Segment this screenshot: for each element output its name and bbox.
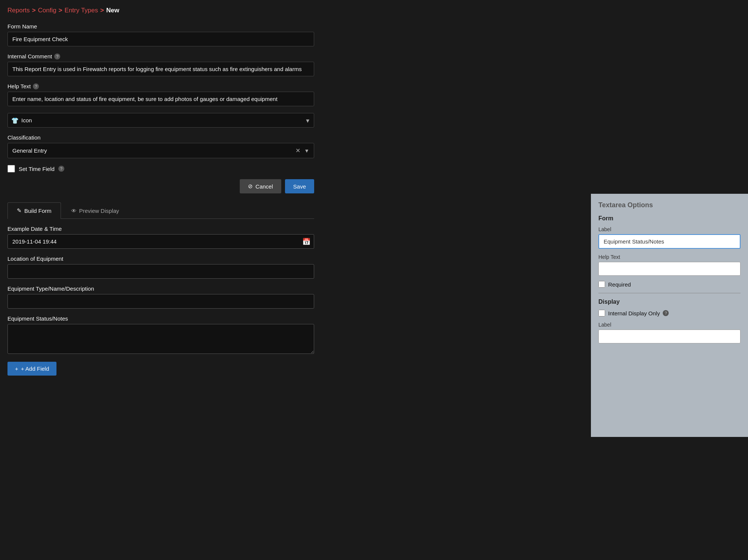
shirt-icon: 👕	[11, 117, 19, 124]
equipment-status-section: Equipment Status/Notes	[7, 315, 314, 355]
icon-select-wrapper: 👕 Icon ▼	[7, 113, 314, 128]
classification-group: Classification General Entry ✕ ▼	[7, 134, 314, 158]
form-name-label: Form Name	[7, 23, 314, 30]
panel-required-checkbox[interactable]	[598, 281, 605, 288]
tab-preview-display[interactable]: 👁 Preview Display	[62, 202, 129, 218]
form-name-input[interactable]	[7, 32, 314, 46]
panel-display-section: Display Internal Display Only ? Label	[598, 299, 741, 349]
save-button[interactable]: Save	[285, 179, 314, 193]
cancel-button[interactable]: ⊘ Cancel	[240, 179, 281, 193]
main-content: Reports > Config > Entry Types > New For…	[0, 0, 322, 382]
equipment-status-textarea[interactable]	[7, 324, 314, 354]
equipment-type-section: Equipment Type/Name/Description	[7, 285, 314, 309]
example-date-input[interactable]	[7, 234, 314, 249]
breadcrumb-sep3: >	[100, 7, 104, 14]
classification-clear-icon[interactable]: ✕	[295, 147, 300, 154]
icon-group: 👕 Icon ▼	[7, 113, 314, 128]
classification-value: General Entry	[12, 147, 295, 154]
right-panel: Textarea Options Form Label Help Text Re…	[591, 194, 748, 437]
breadcrumb-entry-types[interactable]: Entry Types	[65, 7, 98, 14]
panel-internal-display-row: Internal Display Only ?	[598, 310, 741, 316]
equipment-type-input[interactable]	[7, 294, 314, 309]
location-input[interactable]	[7, 264, 314, 279]
breadcrumb-current: New	[106, 7, 119, 14]
internal-comment-help-icon[interactable]: ?	[54, 53, 60, 59]
tab-build-form[interactable]: ✎ Build Form	[7, 202, 61, 219]
set-time-help-icon[interactable]: ?	[58, 166, 64, 172]
panel-form-section-title: Form	[598, 215, 741, 222]
panel-internal-display-label: Internal Display Only	[608, 310, 660, 316]
build-form-content: Example Date & Time 📅 Location of Equipm…	[7, 226, 314, 376]
set-time-field-checkbox[interactable]	[7, 165, 15, 172]
panel-help-text-label: Help Text	[598, 254, 741, 260]
breadcrumb-reports[interactable]: Reports	[7, 7, 30, 14]
button-row: ⊘ Cancel Save	[7, 179, 314, 193]
equipment-type-label: Equipment Type/Name/Description	[7, 285, 314, 292]
classification-select[interactable]: General Entry ✕ ▼	[7, 143, 314, 158]
location-label: Location of Equipment	[7, 255, 314, 262]
help-text-help-icon[interactable]: ?	[33, 83, 39, 89]
panel-internal-display-help-icon[interactable]: ?	[663, 310, 669, 316]
plus-icon: +	[15, 365, 18, 372]
pencil-icon: ✎	[17, 207, 22, 214]
panel-display-label-input[interactable]	[598, 330, 741, 343]
panel-title: Textarea Options	[598, 201, 741, 209]
location-section: Location of Equipment	[7, 255, 314, 279]
cancel-icon: ⊘	[248, 183, 253, 190]
breadcrumb-sep1: >	[32, 7, 36, 14]
panel-display-title: Display	[598, 299, 741, 305]
help-text-label: Help Text ?	[7, 83, 314, 89]
date-wrapper: 📅	[7, 234, 314, 249]
internal-comment-group: Internal Comment ?	[7, 53, 314, 76]
example-date-label: Example Date & Time	[7, 226, 314, 232]
icon-select[interactable]: Icon	[7, 113, 314, 128]
set-time-field-row: Set Time Field ?	[7, 165, 314, 172]
classification-label: Classification	[7, 134, 314, 141]
tabs-row: ✎ Build Form 👁 Preview Display	[7, 202, 314, 219]
classification-arrow-icon[interactable]: ▼	[304, 148, 309, 154]
panel-internal-display-checkbox[interactable]	[598, 310, 605, 316]
panel-help-text-input[interactable]	[598, 262, 741, 276]
breadcrumb: Reports > Config > Entry Types > New	[7, 7, 314, 14]
add-field-button[interactable]: + + Add Field	[7, 362, 56, 376]
breadcrumb-sep2: >	[59, 7, 62, 14]
breadcrumb-config[interactable]: Config	[38, 7, 56, 14]
form-name-group: Form Name	[7, 23, 314, 46]
calendar-icon: 📅	[302, 238, 310, 246]
panel-required-row: Required	[598, 281, 741, 288]
eye-icon: 👁	[71, 208, 77, 214]
internal-comment-label: Internal Comment ?	[7, 53, 314, 59]
internal-comment-input[interactable]	[7, 62, 314, 76]
help-text-group: Help Text ?	[7, 83, 314, 106]
help-text-input[interactable]	[7, 92, 314, 106]
panel-required-label: Required	[608, 281, 631, 288]
panel-display-label-label: Label	[598, 322, 741, 328]
panel-label-label: Label	[598, 226, 741, 232]
panel-divider	[598, 293, 741, 293]
panel-label-input[interactable]	[598, 234, 741, 249]
example-date-section: Example Date & Time 📅	[7, 226, 314, 249]
set-time-field-label: Set Time Field	[19, 166, 55, 172]
equipment-status-label: Equipment Status/Notes	[7, 315, 314, 322]
